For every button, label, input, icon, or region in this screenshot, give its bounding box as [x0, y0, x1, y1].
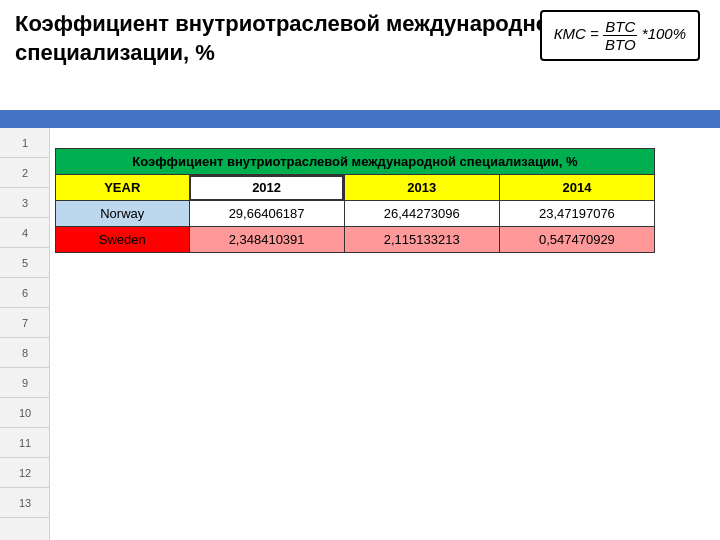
table-title-text: Коэффициент внутриотраслевой международн…	[132, 154, 577, 169]
col-header-year: YEAR	[56, 175, 190, 201]
sweden-2013-cell[interactable]: 2,115133213	[344, 227, 499, 253]
sweden-2013-value: 2,115133213	[384, 232, 460, 247]
sweden-2012-value: 2,348410391	[229, 232, 305, 247]
row-num-12: 12	[0, 458, 50, 488]
row-number-column: 1 2 3 4 5 6 7 8 9 10 11 12 13	[0, 128, 50, 540]
title-text: Коэффициент внутриотраслевой международн…	[15, 11, 563, 65]
norway-label: Norway	[100, 206, 144, 221]
norway-2013-value: 26,44273096	[384, 206, 460, 221]
sweden-label: Sweden	[99, 232, 146, 247]
year-2012-label: 2012	[252, 180, 281, 195]
formula-box: КМС = BTC BTO *100%	[540, 10, 700, 61]
row-num-1: 1	[0, 128, 50, 158]
row-num-4: 4	[0, 218, 50, 248]
sweden-country-cell: Sweden	[56, 227, 190, 253]
row-num-11: 11	[0, 428, 50, 458]
norway-2014-value: 23,47197076	[539, 206, 615, 221]
row-num-7: 7	[0, 308, 50, 338]
main-table-wrapper: Коэффициент внутриотраслевой международн…	[55, 148, 655, 253]
blue-accent-bar	[0, 110, 720, 128]
sweden-2012-cell[interactable]: 2,348410391	[189, 227, 344, 253]
year-label: YEAR	[104, 180, 140, 195]
table-header-row: YEAR 2012 2013 2014	[56, 175, 655, 201]
table-row-sweden: Sweden 2,348410391 2,115133213 0,5474709…	[56, 227, 655, 253]
norway-2014-cell[interactable]: 23,47197076	[499, 201, 654, 227]
year-2013-label: 2013	[407, 180, 436, 195]
col-header-2014: 2014	[499, 175, 654, 201]
data-table: Коэффициент внутриотраслевой международн…	[55, 148, 655, 253]
table-title-cell: Коэффициент внутриотраслевой международн…	[56, 149, 655, 175]
sweden-2014-value: 0,547470929	[539, 232, 615, 247]
row-num-13: 13	[0, 488, 50, 518]
row-num-10: 10	[0, 398, 50, 428]
row-num-9: 9	[0, 368, 50, 398]
row-num-6: 6	[0, 278, 50, 308]
norway-country-cell: Norway	[56, 201, 190, 227]
norway-2012-value: 29,66406187	[229, 206, 305, 221]
row-num-2: 2	[0, 158, 50, 188]
spreadsheet-area: 1 2 3 4 5 6 7 8 9 10 11 12 13 Коэффициен…	[0, 128, 720, 540]
row-num-8: 8	[0, 338, 50, 368]
year-2014-label: 2014	[562, 180, 591, 195]
table-title-row: Коэффициент внутриотраслевой международн…	[56, 149, 655, 175]
col-header-2012[interactable]: 2012	[189, 175, 344, 201]
row-num-5: 5	[0, 248, 50, 278]
table-row-norway: Norway 29,66406187 26,44273096 23,471970…	[56, 201, 655, 227]
col-header-2013: 2013	[344, 175, 499, 201]
norway-2013-cell[interactable]: 26,44273096	[344, 201, 499, 227]
row-num-3: 3	[0, 188, 50, 218]
row-numbers: 1 2 3 4 5 6 7 8 9 10 11 12 13	[0, 128, 50, 540]
norway-2012-cell[interactable]: 29,66406187	[189, 201, 344, 227]
sweden-2014-cell[interactable]: 0,547470929	[499, 227, 654, 253]
formula-text: КМС = BTC BTO *100%	[554, 25, 686, 42]
